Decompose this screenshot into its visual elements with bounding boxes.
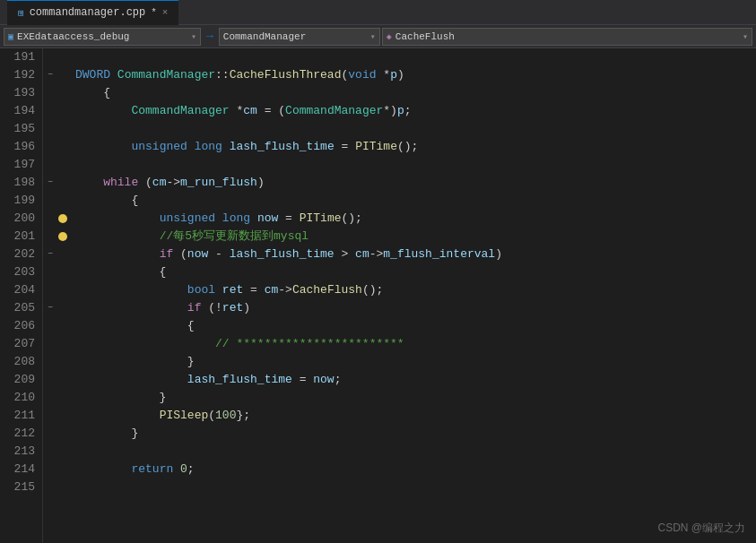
code-line[interactable]: // ************************ [75, 335, 749, 353]
code-line[interactable]: { [75, 192, 749, 210]
fold-marker [43, 210, 57, 228]
code-token [110, 66, 117, 84]
code-line[interactable] [75, 156, 749, 174]
code-token: ; [335, 371, 342, 389]
code-token: cm [355, 246, 369, 263]
line-number: 215 [7, 478, 35, 496]
line-number: 213 [7, 443, 35, 461]
code-token [75, 335, 215, 353]
breakpoint-slot[interactable] [57, 192, 68, 210]
fold-marker [43, 335, 57, 353]
code-line[interactable] [75, 478, 749, 496]
line-number: 196 [7, 138, 35, 156]
breakpoint-slot[interactable] [57, 371, 68, 389]
code-content[interactable]: DWORD CommandManager::CacheFlushThread(v… [68, 48, 756, 543]
fold-marker [43, 228, 57, 246]
breakpoint-slot[interactable] [57, 281, 68, 299]
code-token [222, 138, 230, 156]
breakpoint-slot[interactable] [57, 425, 68, 443]
code-token: now [187, 246, 208, 263]
breakpoint-slot[interactable] [57, 210, 68, 228]
code-line[interactable]: unsigned long lash_flush_time = PITime()… [75, 138, 749, 156]
project-label: EXEdataaccess_debug [17, 31, 129, 42]
fold-marker [43, 281, 57, 299]
code-token: :: [215, 66, 230, 84]
code-token: }; [236, 407, 250, 425]
code-line[interactable] [75, 443, 749, 461]
code-token: -> [369, 246, 384, 263]
fold-marker[interactable]: − [43, 66, 57, 84]
code-line[interactable]: //每5秒写更新数据到mysql [75, 228, 749, 246]
code-line[interactable]: if (!ret) [75, 299, 749, 317]
code-line[interactable]: bool ret = cm->CacheFlush(); [75, 281, 749, 299]
code-token: cm [152, 174, 167, 192]
code-line[interactable] [75, 120, 749, 138]
code-line[interactable]: DWORD CommandManager::CacheFlushThread(v… [75, 66, 749, 84]
code-line[interactable]: if (now - lash_flush_time > cm->m_flush_… [75, 246, 749, 263]
code-token: = ( [257, 102, 285, 120]
code-line[interactable]: { [75, 84, 749, 102]
code-line[interactable]: } [75, 425, 749, 443]
breakpoint-slot[interactable] [57, 478, 68, 496]
code-line[interactable]: } [75, 353, 749, 371]
breakpoint-slot[interactable] [57, 246, 68, 263]
line-number: 211 [7, 407, 35, 425]
code-line[interactable]: { [75, 317, 749, 335]
code-token: ret [222, 281, 243, 299]
file-tab[interactable]: ⊞ commandmanager.cpp * × [7, 0, 178, 25]
breakpoint-slot[interactable] [57, 102, 68, 120]
project-dropdown[interactable]: ▣ EXEdataaccess_debug ▾ [4, 28, 201, 46]
class-dropdown[interactable]: CommandManager ▾ [219, 28, 380, 46]
code-line[interactable]: while (cm->m_run_flush) [75, 174, 749, 192]
breakpoint-slot[interactable] [57, 48, 68, 66]
breakpoint-slot[interactable] [57, 443, 68, 461]
breakpoint-slot[interactable] [57, 66, 68, 84]
code-token: p [397, 102, 404, 120]
code-line[interactable]: lash_flush_time = now; [75, 371, 749, 389]
breakpoint-slot[interactable] [57, 84, 68, 102]
breakpoint-slot[interactable] [57, 156, 68, 174]
code-token: ; [187, 461, 195, 478]
fold-marker [43, 389, 57, 407]
breakpoint-slot[interactable] [57, 353, 68, 371]
breakpoint-slot[interactable] [57, 389, 68, 407]
code-line[interactable] [75, 48, 749, 66]
tab-close-button[interactable]: × [162, 7, 169, 18]
code-token: ; [404, 102, 412, 120]
breakpoint-slot[interactable] [57, 263, 68, 281]
fold-marker[interactable]: − [43, 174, 57, 192]
code-token: PITime [355, 138, 397, 156]
code-line[interactable]: unsigned long now = PITime(); [75, 210, 749, 228]
code-token: ) [495, 246, 502, 263]
breakpoint-gutter[interactable] [57, 48, 68, 543]
code-line[interactable]: { [75, 263, 749, 281]
code-token: * [377, 66, 391, 84]
code-line[interactable]: PISleep(100}; [75, 407, 749, 425]
breakpoint-slot[interactable] [57, 228, 68, 246]
method-dropdown[interactable]: ◈ CacheFlush ▾ [382, 28, 752, 46]
code-token: PISleep [160, 407, 209, 425]
breakpoint-slot[interactable] [57, 299, 68, 317]
code-line[interactable]: } [75, 389, 749, 407]
code-token: ( [208, 407, 215, 425]
fold-marker[interactable]: − [43, 246, 57, 263]
code-line[interactable]: CommandManager *cm = (CommandManager*)p; [75, 102, 749, 120]
breakpoint-slot[interactable] [57, 461, 68, 478]
breakpoint-slot[interactable] [57, 407, 68, 425]
fold-marker[interactable]: − [43, 299, 57, 317]
breakpoint-slot[interactable] [57, 120, 68, 138]
fold-gutter[interactable]: −−−− [43, 48, 57, 543]
code-token: (); [397, 138, 418, 156]
breakpoint-slot[interactable] [57, 138, 68, 156]
breakpoint-slot[interactable] [57, 335, 68, 353]
breakpoint-slot[interactable] [57, 317, 68, 335]
code-token: = [335, 138, 355, 156]
line-number: 209 [7, 371, 35, 389]
line-number: 208 [7, 353, 35, 371]
code-token [75, 281, 187, 299]
breakpoint-slot[interactable] [57, 174, 68, 192]
code-line[interactable]: return 0; [75, 461, 749, 478]
code-token [187, 138, 195, 156]
class-label: CommandManager [223, 31, 306, 42]
line-number: 200 [7, 210, 35, 228]
